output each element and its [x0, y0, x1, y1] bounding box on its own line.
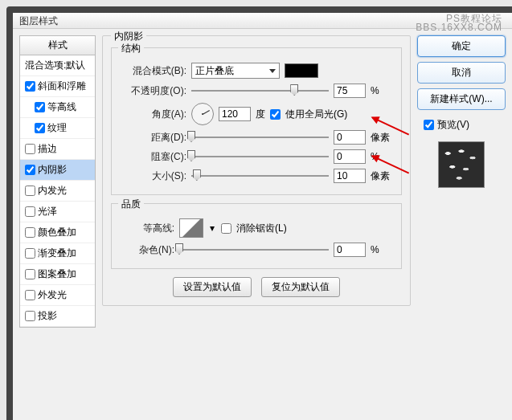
quality-group: 品质 等高线: ▾ 消除锯齿(L) 杂色(N): %	[111, 203, 402, 269]
distance-unit: 像素	[371, 131, 395, 145]
style-stroke[interactable]: 描边	[20, 139, 95, 160]
preview-checkbox[interactable]	[424, 120, 434, 130]
noise-label: 杂色(N):	[118, 243, 174, 257]
size-label: 大小(S):	[118, 169, 186, 183]
distance-slider[interactable]	[191, 130, 329, 145]
noise-unit: %	[371, 244, 395, 255]
chevron-down-icon[interactable]: ▾	[208, 222, 216, 234]
style-outer-glow[interactable]: 外发光	[20, 285, 95, 306]
inner-shadow-group: 内阴影 结构 混合模式(B): 正片叠底 不透明度(O):	[102, 35, 411, 306]
size-input[interactable]	[334, 169, 366, 183]
structure-title: 结构	[118, 42, 144, 55]
style-color-overlay[interactable]: 颜色叠加	[20, 222, 95, 243]
size-unit: 像素	[371, 169, 395, 183]
checkbox[interactable]	[35, 123, 45, 133]
choke-label: 阻塞(C):	[118, 150, 186, 164]
style-inner-shadow[interactable]: 内阴影	[20, 160, 95, 181]
cancel-button[interactable]: 取消	[417, 62, 506, 84]
global-light-label: 使用全局光(G)	[285, 108, 347, 121]
layer-style-dialog: 图层样式 PS教程论坛 BBS.16XX8.COM 样式 混合选项:默认 斜面和…	[6, 6, 512, 420]
style-bevel-emboss[interactable]: 斜面和浮雕	[20, 76, 95, 97]
antialias-checkbox[interactable]	[221, 223, 231, 234]
preview-label: 预览(V)	[437, 118, 469, 132]
checkbox[interactable]	[25, 269, 35, 279]
angle-input[interactable]	[219, 107, 251, 121]
ok-button[interactable]: 确定	[417, 35, 506, 57]
checkbox[interactable]	[25, 311, 35, 321]
shadow-color-swatch[interactable]	[285, 63, 318, 78]
settings-panel: 内阴影 结构 混合模式(B): 正片叠底 不透明度(O):	[102, 35, 411, 414]
style-texture[interactable]: 纹理	[20, 118, 95, 139]
checkbox[interactable]	[25, 227, 35, 238]
choke-slider[interactable]	[191, 149, 329, 164]
new-style-button[interactable]: 新建样式(W)...	[417, 88, 506, 110]
opacity-input[interactable]	[334, 84, 366, 98]
dialog-title: 图层样式	[19, 15, 58, 27]
style-drop-shadow[interactable]: 投影	[20, 306, 95, 327]
chevron-down-icon	[269, 69, 276, 73]
blend-mode-label: 混合模式(B):	[118, 64, 186, 78]
distance-label: 距离(D):	[118, 131, 186, 145]
styles-header: 样式	[19, 35, 96, 55]
style-blending-options[interactable]: 混合选项:默认	[20, 55, 95, 76]
checkbox[interactable]	[35, 102, 45, 112]
distance-input[interactable]	[334, 130, 366, 145]
make-default-button[interactable]: 设置为默认值	[173, 277, 252, 297]
global-light-checkbox[interactable]	[270, 109, 281, 120]
style-satin[interactable]: 光泽	[20, 202, 95, 222]
preview-thumbnail	[438, 141, 485, 188]
contour-label: 等高线:	[118, 222, 174, 235]
noise-slider[interactable]	[179, 243, 329, 257]
quality-title: 品质	[118, 198, 144, 211]
blend-mode-dropdown[interactable]: 正片叠底	[191, 63, 280, 79]
angle-wheel[interactable]	[191, 103, 214, 125]
noise-input[interactable]	[334, 243, 366, 257]
styles-list: 混合选项:默认 斜面和浮雕 等高线 纹理 描边 内阴影 内发光 光泽 颜色叠加 …	[19, 55, 96, 328]
structure-group: 结构 混合模式(B): 正片叠底 不透明度(O): %	[111, 47, 402, 195]
contour-picker[interactable]	[179, 218, 203, 238]
angle-unit: 度	[256, 108, 265, 121]
watermark: PS教程论坛 BBS.16XX8.COM	[416, 14, 502, 32]
checkbox[interactable]	[25, 81, 35, 92]
opacity-slider[interactable]	[191, 84, 329, 98]
opacity-label: 不透明度(O):	[118, 84, 186, 98]
style-inner-glow[interactable]: 内发光	[20, 181, 95, 202]
checkbox[interactable]	[25, 206, 35, 217]
size-slider[interactable]	[191, 169, 329, 183]
reset-default-button[interactable]: 复位为默认值	[261, 277, 340, 297]
style-pattern-overlay[interactable]: 图案叠加	[20, 264, 95, 285]
checkbox[interactable]	[25, 248, 35, 259]
checkbox[interactable]	[25, 165, 35, 175]
checkbox[interactable]	[25, 186, 35, 196]
opacity-unit: %	[371, 85, 395, 96]
styles-panel: 样式 混合选项:默认 斜面和浮雕 等高线 纹理 描边 内阴影 内发光 光泽 颜色…	[19, 35, 96, 414]
antialias-label: 消除锯齿(L)	[236, 222, 287, 235]
right-panel: 确定 取消 新建样式(W)... 预览(V)	[417, 35, 506, 414]
style-contour[interactable]: 等高线	[20, 97, 95, 118]
checkbox[interactable]	[25, 144, 35, 154]
angle-label: 角度(A):	[118, 108, 186, 121]
style-gradient-overlay[interactable]: 渐变叠加	[20, 243, 95, 264]
choke-input[interactable]	[334, 149, 366, 164]
checkbox[interactable]	[25, 290, 35, 300]
